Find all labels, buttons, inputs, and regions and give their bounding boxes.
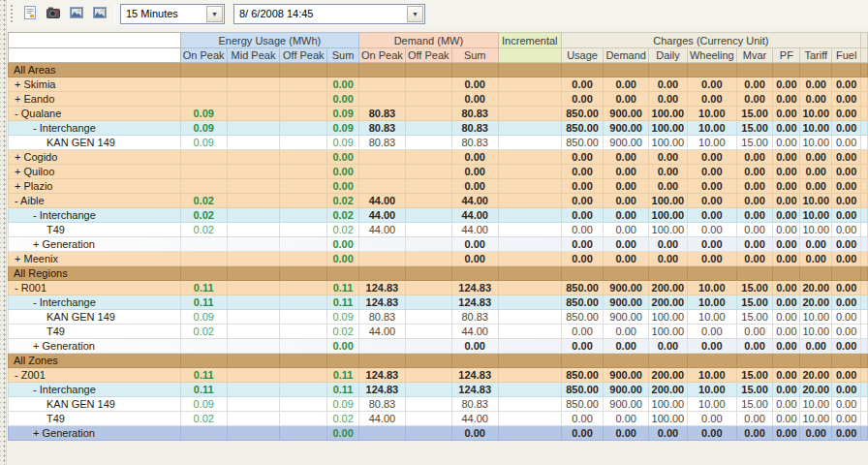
table-row[interactable]: - Qualane0.090.0980.8380.83850.00900.001… — [9, 107, 868, 121]
value-cell: 0.00 — [687, 208, 736, 223]
row-name-cell[interactable]: - Interchange — [9, 295, 181, 310]
table-row[interactable]: + Generation0.000.000.000.000.000.000.00… — [9, 426, 868, 441]
table-row[interactable]: + Skimia0.000.000.000.000.000.000.000.00… — [9, 78, 868, 92]
table-row[interactable]: + Cogido0.000.000.000.000.000.000.000.00… — [9, 150, 868, 165]
image-button[interactable] — [65, 2, 88, 25]
row-name-cell[interactable]: - Interchange — [9, 208, 181, 223]
row-name-cell[interactable]: + Meenix — [9, 252, 181, 266]
value-cell: 0.00 — [327, 150, 359, 165]
column-header-off-peak-3: Off Peak — [280, 48, 327, 63]
interval-select[interactable]: 15 Minutes ▼ — [120, 4, 225, 24]
value-cell: 100.00 — [648, 223, 687, 237]
row-name-cell[interactable]: KAN GEN 149 — [9, 397, 181, 412]
energy-table: Energy Usage (MWh)Demand (MW)Incremental… — [8, 32, 868, 441]
row-name-cell[interactable]: T49 — [9, 412, 181, 426]
table-row[interactable]: T490.020.0244.0044.000.000.00100.000.000… — [9, 412, 868, 426]
value-cell: 0.00 — [561, 237, 604, 252]
value-cell: 0.00 — [773, 368, 800, 383]
value-cell: 0.00 — [561, 223, 604, 237]
table-row[interactable]: - Interchange0.110.11124.83124.83850.009… — [9, 295, 868, 310]
row-name-cell[interactable]: - R001 — [9, 281, 181, 295]
section-row[interactable]: All Areas — [9, 63, 868, 78]
row-name-cell[interactable]: + Plazio — [9, 179, 181, 194]
row-name-cell[interactable]: - Interchange — [9, 121, 181, 136]
value-cell: 0.00 — [773, 194, 800, 208]
row-name-cell[interactable]: + Generation — [9, 339, 181, 354]
value-cell: 0.00 — [832, 107, 861, 121]
table-row[interactable]: KAN GEN 1490.090.0980.8380.83850.00900.0… — [9, 310, 868, 325]
value-cell: 0.00 — [687, 252, 736, 266]
row-name-cell[interactable]: - Aible — [9, 194, 181, 208]
group-header-incremental: Incremental — [498, 33, 561, 48]
row-name-cell[interactable]: - Interchange — [9, 383, 181, 397]
value-cell — [832, 354, 861, 368]
row-name-cell[interactable]: All Zones — [9, 354, 181, 368]
value-cell — [736, 266, 773, 281]
value-cell: 0.09 — [327, 310, 359, 325]
row-name-cell[interactable]: KAN GEN 149 — [9, 310, 181, 325]
value-cell: 0.00 — [451, 78, 498, 92]
value-cell: 15.00 — [736, 281, 773, 295]
table-row[interactable]: + Eando0.000.000.000.000.000.000.000.000… — [9, 92, 868, 107]
table-row[interactable]: - R0010.110.11124.83124.83850.00900.0020… — [9, 281, 868, 295]
row-name-cell[interactable]: All Areas — [9, 63, 181, 78]
chevron-down-icon[interactable]: ▼ — [407, 6, 423, 22]
value-cell: 0.00 — [451, 426, 498, 441]
table-row[interactable]: + Quiloo0.000.000.000.000.000.000.000.00… — [9, 165, 868, 179]
table-row[interactable]: - Interchange0.110.11124.83124.83850.009… — [9, 383, 868, 397]
table-row[interactable]: T490.020.0244.0044.000.000.00100.000.000… — [9, 325, 868, 339]
chevron-down-icon[interactable]: ▼ — [206, 6, 223, 22]
table-row[interactable]: + Meenix0.000.000.000.000.000.000.000.00… — [9, 252, 868, 266]
value-cell — [405, 426, 451, 441]
row-name-cell[interactable]: + Skimia — [9, 78, 181, 92]
value-cell: 0.00 — [736, 237, 773, 252]
value-cell: 0.11 — [180, 368, 227, 383]
value-cell — [498, 237, 561, 252]
value-cell — [405, 339, 451, 354]
value-cell: 20.00 — [800, 368, 832, 383]
row-name-cell[interactable]: KAN GEN 149 — [9, 136, 181, 150]
row-name-cell[interactable]: + Quiloo — [9, 165, 181, 179]
value-cell — [451, 63, 498, 78]
dock-splitter[interactable] — [0, 0, 7, 465]
value-cell: 900.00 — [604, 310, 649, 325]
value-cell — [358, 426, 405, 441]
row-name-cell[interactable]: - Z001 — [9, 368, 181, 383]
value-cell — [800, 266, 832, 281]
table-row[interactable]: + Plazio0.000.000.000.000.000.000.000.00… — [9, 179, 868, 194]
report-button[interactable] — [18, 2, 42, 25]
table-row[interactable]: T490.020.0244.0044.000.000.00100.000.000… — [9, 223, 868, 237]
row-name-cell[interactable]: T49 — [9, 325, 181, 339]
snapshot-button[interactable] — [42, 2, 65, 25]
value-cell: 0.00 — [451, 165, 498, 179]
row-name-cell[interactable]: + Cogido — [9, 150, 181, 165]
table-row[interactable]: + Generation0.000.000.000.000.000.000.00… — [9, 237, 868, 252]
image-icon — [69, 5, 84, 23]
row-name-cell[interactable]: - Qualane — [9, 107, 181, 121]
section-row[interactable]: All Regions — [9, 266, 868, 281]
table-row[interactable]: - Aible0.020.0244.0044.000.000.00100.000… — [9, 194, 868, 208]
image-save-button[interactable] — [88, 2, 111, 25]
row-name-cell[interactable]: All Regions — [9, 266, 181, 281]
table-row[interactable]: KAN GEN 1490.090.0980.8380.83850.00900.0… — [9, 136, 868, 150]
value-cell: 100.00 — [648, 397, 687, 412]
row-name-cell[interactable]: + Generation — [9, 237, 181, 252]
section-row[interactable]: All Zones — [9, 354, 868, 368]
toolbar-grip[interactable] — [10, 4, 14, 23]
table-row[interactable]: - Interchange0.020.0244.0044.000.000.001… — [9, 208, 868, 223]
row-name-cell[interactable]: + Generation — [9, 426, 181, 441]
value-cell: 10.00 — [687, 136, 736, 150]
datetime-select[interactable]: 8/ 6/2008 14:45 ▼ — [233, 4, 425, 24]
value-cell: 0.00 — [604, 208, 649, 223]
value-cell — [227, 92, 280, 107]
table-row[interactable]: - Z0010.110.11124.83124.83850.00900.0020… — [9, 368, 868, 383]
value-cell: 0.00 — [561, 325, 604, 339]
table-row[interactable]: - Interchange0.090.0980.8380.83850.00900… — [9, 121, 868, 136]
table-row[interactable]: KAN GEN 1490.090.0980.8380.83850.00900.0… — [9, 397, 868, 412]
group-header-energy-usage-mwh: Energy Usage (MWh) — [180, 33, 358, 48]
row-name-cell[interactable]: + Eando — [9, 92, 181, 107]
value-cell: 0.00 — [327, 252, 359, 266]
value-cell: 850.00 — [561, 107, 604, 121]
table-row[interactable]: + Generation0.000.000.000.000.000.000.00… — [9, 339, 868, 354]
row-name-cell[interactable]: T49 — [9, 223, 181, 237]
